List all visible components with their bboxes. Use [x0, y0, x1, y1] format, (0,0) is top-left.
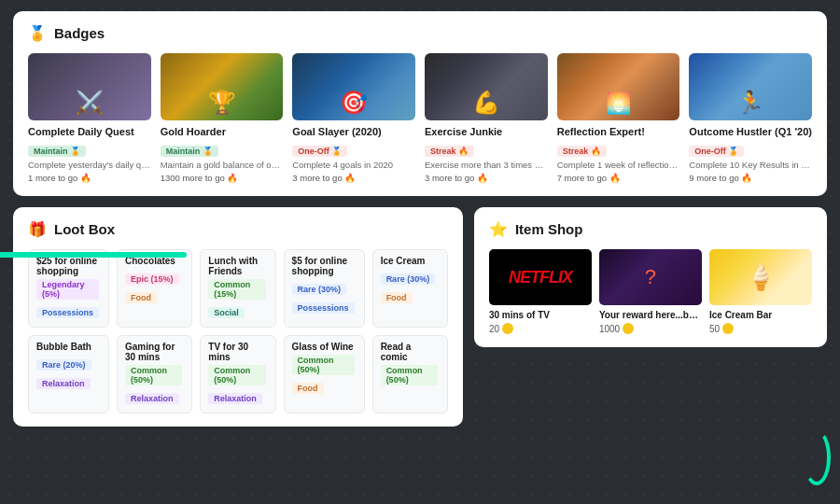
shop-item-name: 30 mins of TV — [489, 310, 592, 320]
badges-grid: Complete Daily Quest Maintain 🏅 Complete… — [28, 53, 812, 183]
main-container: 🏅 Badges Complete Daily Quest Maintain 🏅… — [0, 0, 840, 449]
badge-desc: Complete 4 goals in 2020 — [292, 160, 415, 170]
loot-name: Bubble Bath — [36, 342, 101, 352]
lootbox-icon: 🎁 — [28, 220, 47, 238]
loot-tag: Rare (30%) — [381, 273, 436, 285]
badge-image — [161, 53, 284, 120]
loot-tag2: Food — [381, 292, 413, 303]
badge-tag: One-Off 🏅 — [689, 146, 744, 157]
loot-tag2: Possessions — [36, 307, 99, 318]
loot-tag2: Social — [208, 307, 245, 318]
badge-tag: Streak 🔥 — [425, 146, 474, 157]
badge-item[interactable]: Complete Daily Quest Maintain 🏅 Complete… — [28, 53, 151, 183]
lootbox-title: 🎁 Loot Box — [28, 220, 448, 238]
badge-desc: Exercise more than 3 times a ... — [425, 160, 548, 170]
itemshop-card: ⭐ Item Shop NETFLIX 30 mins of TV 20 ? Y… — [474, 207, 827, 347]
loot-tag: Common (50%) — [208, 365, 265, 385]
shop-item-price: 50 — [709, 323, 812, 334]
coin-icon — [502, 323, 513, 334]
icecream-emoji: 🍦 — [746, 263, 776, 292]
badge-progress: 3 more to go 🔥 — [292, 173, 415, 183]
loot-item[interactable]: Chocolates Epic (15%) Food — [117, 249, 192, 328]
loot-tag2: Food — [125, 292, 157, 303]
shop-item[interactable]: ? Your reward here...be creat... 1000 — [599, 249, 702, 334]
loot-item[interactable]: Bubble Bath Rare (20%) Relaxation — [28, 335, 109, 413]
itemshop-title: ⭐ Item Shop — [489, 220, 812, 238]
decorative-line — [0, 252, 187, 258]
badge-image — [292, 53, 415, 120]
badge-image-inner — [425, 53, 548, 120]
loot-name: Read a comic — [381, 342, 440, 362]
loot-tag: Common (50%) — [125, 365, 182, 385]
loot-tag2: Relaxation — [36, 378, 91, 389]
shop-item-price: 1000 — [599, 323, 702, 334]
loot-name: Glass of Wine — [292, 342, 357, 352]
shop-image-netflix: NETFLIX — [489, 249, 592, 305]
badge-image-inner — [161, 53, 284, 120]
loot-tag2: Relaxation — [125, 393, 179, 404]
badges-icon: 🏅 — [28, 24, 47, 42]
badge-desc: Complete yesterday's daily qu... — [28, 160, 151, 170]
badge-item[interactable]: Exercise Junkie Streak 🔥 Exercise more t… — [425, 53, 548, 183]
loot-item[interactable]: Ice Cream Rare (30%) Food — [372, 249, 448, 328]
badge-progress: 7 more to go 🔥 — [557, 173, 680, 183]
badge-progress: 1300 more to go 🔥 — [161, 173, 284, 183]
loot-tag: Rare (20%) — [36, 359, 91, 371]
loot-item[interactable]: $5 for online shopping Rare (30%) Posses… — [284, 249, 365, 328]
badge-name: Outcome Hustler (Q1 '20) — [689, 126, 812, 137]
badges-title: 🏅 Badges — [28, 24, 812, 42]
badge-image — [425, 53, 548, 120]
badge-image-inner — [557, 53, 680, 120]
badge-image-inner — [28, 53, 151, 120]
loot-tag: Common (15%) — [208, 279, 265, 300]
loot-tag2: Possessions — [292, 302, 355, 314]
lootbox-grid: $25 for online shopping Legendary (5%) P… — [28, 249, 448, 413]
loot-item[interactable]: Read a comic Common (50%) — [372, 335, 448, 413]
itemshop-icon: ⭐ — [489, 220, 508, 238]
loot-tag2: Relaxation — [208, 393, 262, 404]
shop-item-price: 20 — [489, 323, 592, 334]
loot-item[interactable]: TV for 30 mins Common (50%) Relaxation — [200, 335, 275, 413]
loot-name: $5 for online shopping — [292, 256, 357, 276]
loot-tag: Common (50%) — [381, 365, 438, 385]
shop-item-name: Ice Cream Bar — [709, 310, 812, 320]
badge-item[interactable]: Reflection Expert! Streak 🔥 Complete 1 w… — [557, 53, 680, 183]
loot-item[interactable]: Gaming for 30 mins Common (50%) Relaxati… — [117, 335, 192, 413]
netflix-logo: NETFLIX — [509, 268, 572, 287]
loot-tag: Legendary (5%) — [36, 279, 99, 300]
loot-tag2: Food — [292, 383, 324, 394]
loot-item[interactable]: $25 for online shopping Legendary (5%) P… — [28, 249, 109, 328]
decorative-arc — [803, 429, 831, 485]
badge-name: Gold Hoarder — [161, 126, 284, 137]
shop-item[interactable]: NETFLIX 30 mins of TV 20 — [489, 249, 592, 334]
loot-item[interactable]: Lunch with Friends Common (15%) Social — [200, 249, 275, 328]
shop-item[interactable]: 🍦 Ice Cream Bar 50 — [709, 249, 812, 334]
loot-item[interactable]: Glass of Wine Common (50%) Food — [284, 335, 365, 413]
coin-icon — [722, 323, 734, 334]
shop-image-icecream: 🍦 — [709, 249, 812, 305]
loot-name: Lunch with Friends — [208, 256, 267, 276]
badge-progress: 9 more to go 🔥 — [689, 173, 812, 183]
badge-name: Reflection Expert! — [557, 126, 680, 137]
shop-item-name: Your reward here...be creat... — [599, 310, 702, 320]
coin-icon — [623, 323, 634, 334]
loot-name: TV for 30 mins — [208, 342, 267, 362]
badge-image-inner — [292, 53, 415, 120]
badge-tag: Streak 🔥 — [557, 146, 607, 157]
badge-item[interactable]: Gold Hoarder Maintain 🏅 Maintain a gold … — [161, 53, 284, 183]
badge-tag: Maintain 🏅 — [161, 146, 218, 157]
shop-image-mystery: ? — [599, 249, 702, 305]
badge-desc: Maintain a gold balance of over... — [161, 160, 284, 170]
loot-tag: Epic (15%) — [125, 273, 179, 285]
badge-name: Complete Daily Quest — [28, 126, 151, 137]
loot-tag: Rare (30%) — [292, 284, 347, 295]
badge-desc: Complete 1 week of reflections... — [557, 160, 680, 170]
badge-tag: Maintain 🏅 — [28, 146, 86, 157]
badge-image-inner — [689, 53, 812, 120]
badge-item[interactable]: Outcome Hustler (Q1 '20) One-Off 🏅 Compl… — [689, 53, 812, 183]
badge-image — [28, 53, 151, 120]
badge-name: Exercise Junkie — [425, 126, 548, 137]
badge-progress: 3 more to go 🔥 — [425, 173, 548, 183]
badge-item[interactable]: Goal Slayer (2020) One-Off 🏅 Complete 4 … — [292, 53, 415, 183]
itemshop-grid: NETFLIX 30 mins of TV 20 ? Your reward h… — [489, 249, 812, 334]
